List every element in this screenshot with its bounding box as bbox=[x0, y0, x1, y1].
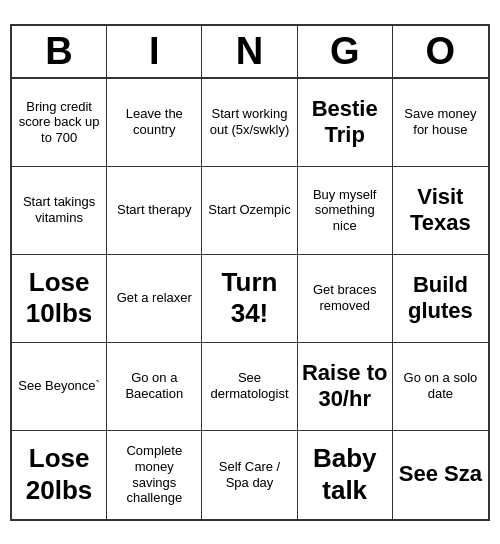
bingo-card: BINGO Bring credit score back up to 700L… bbox=[10, 24, 490, 521]
bingo-cell-24: Baby talk bbox=[298, 431, 393, 519]
bingo-letter-i: I bbox=[107, 26, 202, 77]
bingo-header: BINGO bbox=[12, 26, 488, 79]
bingo-cell-21: Lose 20lbs bbox=[12, 431, 107, 519]
bingo-cell-2: Leave the country bbox=[107, 79, 202, 167]
bingo-cell-15: Build glutes bbox=[393, 255, 488, 343]
bingo-cell-19: Raise to 30/hr bbox=[298, 343, 393, 431]
bingo-cell-3: Start working out (5x/swkly) bbox=[202, 79, 297, 167]
bingo-cell-13: Turn 34! bbox=[202, 255, 297, 343]
bingo-cell-12: Get a relaxer bbox=[107, 255, 202, 343]
bingo-cell-9: Buy myself something nice bbox=[298, 167, 393, 255]
bingo-cell-10: Visit Texas bbox=[393, 167, 488, 255]
bingo-cell-18: See dermatologist bbox=[202, 343, 297, 431]
bingo-grid: Bring credit score back up to 700Leave t… bbox=[12, 79, 488, 519]
bingo-cell-22: Complete money savings challenge bbox=[107, 431, 202, 519]
bingo-cell-8: Start Ozempic bbox=[202, 167, 297, 255]
bingo-cell-25: See Sza bbox=[393, 431, 488, 519]
bingo-cell-23: Self Care / Spa day bbox=[202, 431, 297, 519]
bingo-cell-16: See Beyonce` bbox=[12, 343, 107, 431]
bingo-letter-o: O bbox=[393, 26, 488, 77]
bingo-letter-b: B bbox=[12, 26, 107, 77]
bingo-cell-7: Start therapy bbox=[107, 167, 202, 255]
bingo-cell-6: Start takings vitamins bbox=[12, 167, 107, 255]
bingo-cell-4: Bestie Trip bbox=[298, 79, 393, 167]
bingo-cell-17: Go on a Baecation bbox=[107, 343, 202, 431]
bingo-cell-14: Get braces removed bbox=[298, 255, 393, 343]
bingo-letter-n: N bbox=[202, 26, 297, 77]
bingo-cell-11: Lose 10lbs bbox=[12, 255, 107, 343]
bingo-letter-g: G bbox=[298, 26, 393, 77]
bingo-cell-1: Bring credit score back up to 700 bbox=[12, 79, 107, 167]
bingo-cell-5: Save money for house bbox=[393, 79, 488, 167]
bingo-cell-20: Go on a solo date bbox=[393, 343, 488, 431]
